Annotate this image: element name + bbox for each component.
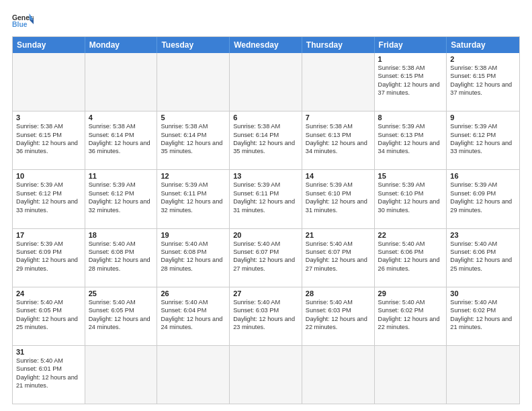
- day-cell-11: 11Sunrise: 5:39 AM Sunset: 6:12 PM Dayli…: [85, 170, 158, 228]
- header-day-saturday: Saturday: [447, 37, 519, 53]
- day-cell-6: 6Sunrise: 5:38 AM Sunset: 6:14 PM Daylig…: [230, 111, 302, 169]
- day-info: Sunrise: 5:40 AM Sunset: 6:03 PM Dayligh…: [306, 298, 371, 332]
- day-number: 28: [306, 289, 371, 298]
- day-number: 13: [233, 172, 298, 180]
- svg-text:Blue: Blue: [12, 21, 28, 28]
- day-number: 21: [306, 231, 371, 239]
- day-cell-1: 1Sunrise: 5:38 AM Sunset: 6:15 PM Daylig…: [375, 53, 447, 111]
- day-number: 23: [450, 231, 516, 239]
- calendar-header: SundayMondayTuesdayWednesdayThursdayFrid…: [13, 37, 519, 53]
- day-cell-18: 18Sunrise: 5:40 AM Sunset: 6:08 PM Dayli…: [85, 229, 158, 287]
- day-number: 15: [378, 172, 443, 180]
- empty-cell: [230, 346, 302, 404]
- logo: General Blue: [12, 12, 34, 31]
- day-info: Sunrise: 5:39 AM Sunset: 6:10 PM Dayligh…: [306, 181, 371, 214]
- generalblue-logo-icon: General Blue: [12, 12, 34, 31]
- day-number: 29: [378, 289, 443, 298]
- day-info: Sunrise: 5:38 AM Sunset: 6:15 PM Dayligh…: [16, 122, 81, 156]
- day-info: Sunrise: 5:40 AM Sunset: 6:02 PM Dayligh…: [450, 298, 516, 332]
- day-info: Sunrise: 5:39 AM Sunset: 6:09 PM Dayligh…: [16, 240, 81, 273]
- day-number: 26: [161, 289, 226, 298]
- day-cell-16: 16Sunrise: 5:39 AM Sunset: 6:09 PM Dayli…: [447, 170, 519, 228]
- day-cell-3: 3Sunrise: 5:38 AM Sunset: 6:15 PM Daylig…: [13, 111, 85, 169]
- day-info: Sunrise: 5:40 AM Sunset: 6:08 PM Dayligh…: [89, 240, 154, 273]
- empty-cell: [13, 53, 85, 111]
- day-cell-27: 27Sunrise: 5:40 AM Sunset: 6:03 PM Dayli…: [230, 287, 302, 345]
- day-info: Sunrise: 5:39 AM Sunset: 6:11 PM Dayligh…: [161, 181, 226, 214]
- day-number: 27: [233, 289, 298, 298]
- day-cell-29: 29Sunrise: 5:40 AM Sunset: 6:02 PM Dayli…: [375, 287, 447, 345]
- calendar-row-2: 10Sunrise: 5:39 AM Sunset: 6:12 PM Dayli…: [13, 169, 519, 228]
- day-cell-10: 10Sunrise: 5:39 AM Sunset: 6:12 PM Dayli…: [13, 170, 85, 228]
- empty-cell: [85, 53, 158, 111]
- day-cell-2: 2Sunrise: 5:38 AM Sunset: 6:15 PM Daylig…: [447, 53, 519, 111]
- day-number: 22: [378, 231, 443, 239]
- day-cell-20: 20Sunrise: 5:40 AM Sunset: 6:07 PM Dayli…: [230, 229, 302, 287]
- day-number: 16: [450, 172, 516, 180]
- day-info: Sunrise: 5:40 AM Sunset: 6:03 PM Dayligh…: [233, 298, 298, 332]
- day-cell-4: 4Sunrise: 5:38 AM Sunset: 6:14 PM Daylig…: [85, 111, 158, 169]
- day-number: 14: [306, 172, 371, 180]
- day-info: Sunrise: 5:40 AM Sunset: 6:08 PM Dayligh…: [161, 240, 226, 273]
- day-number: 17: [16, 231, 81, 239]
- calendar-body: 1Sunrise: 5:38 AM Sunset: 6:15 PM Daylig…: [13, 53, 519, 404]
- day-cell-24: 24Sunrise: 5:40 AM Sunset: 6:05 PM Dayli…: [13, 287, 85, 345]
- day-info: Sunrise: 5:39 AM Sunset: 6:11 PM Dayligh…: [233, 181, 298, 214]
- empty-cell: [447, 346, 519, 404]
- header-day-tuesday: Tuesday: [157, 37, 230, 53]
- day-cell-17: 17Sunrise: 5:39 AM Sunset: 6:09 PM Dayli…: [13, 229, 85, 287]
- day-info: Sunrise: 5:40 AM Sunset: 6:06 PM Dayligh…: [378, 240, 443, 273]
- day-number: 30: [450, 289, 516, 298]
- day-number: 18: [89, 231, 154, 239]
- empty-cell: [157, 346, 230, 404]
- day-info: Sunrise: 5:40 AM Sunset: 6:06 PM Dayligh…: [450, 240, 516, 273]
- day-number: 24: [16, 289, 81, 298]
- day-info: Sunrise: 5:39 AM Sunset: 6:10 PM Dayligh…: [378, 181, 443, 214]
- day-info: Sunrise: 5:40 AM Sunset: 6:07 PM Dayligh…: [306, 240, 371, 273]
- day-cell-8: 8Sunrise: 5:39 AM Sunset: 6:13 PM Daylig…: [375, 111, 447, 169]
- empty-cell: [157, 53, 230, 111]
- day-info: Sunrise: 5:38 AM Sunset: 6:15 PM Dayligh…: [450, 64, 516, 97]
- calendar: SundayMondayTuesdayWednesdayThursdayFrid…: [12, 36, 520, 404]
- day-cell-21: 21Sunrise: 5:40 AM Sunset: 6:07 PM Dayli…: [302, 229, 375, 287]
- calendar-row-5: 31Sunrise: 5:40 AM Sunset: 6:01 PM Dayli…: [13, 345, 519, 404]
- day-number: 1: [378, 55, 443, 63]
- day-info: Sunrise: 5:40 AM Sunset: 6:04 PM Dayligh…: [161, 298, 226, 332]
- day-cell-13: 13Sunrise: 5:39 AM Sunset: 6:11 PM Dayli…: [230, 170, 302, 228]
- day-cell-31: 31Sunrise: 5:40 AM Sunset: 6:01 PM Dayli…: [13, 346, 85, 404]
- day-info: Sunrise: 5:40 AM Sunset: 6:05 PM Dayligh…: [16, 298, 81, 332]
- day-info: Sunrise: 5:39 AM Sunset: 6:12 PM Dayligh…: [89, 181, 154, 214]
- page-header: General Blue: [12, 12, 520, 31]
- day-cell-26: 26Sunrise: 5:40 AM Sunset: 6:04 PM Dayli…: [157, 287, 230, 345]
- day-cell-9: 9Sunrise: 5:39 AM Sunset: 6:12 PM Daylig…: [447, 111, 519, 169]
- header-day-wednesday: Wednesday: [230, 37, 302, 53]
- calendar-row-4: 24Sunrise: 5:40 AM Sunset: 6:05 PM Dayli…: [13, 287, 519, 345]
- day-number: 11: [89, 172, 154, 180]
- day-number: 10: [16, 172, 81, 180]
- day-number: 8: [378, 113, 443, 122]
- day-info: Sunrise: 5:39 AM Sunset: 6:13 PM Dayligh…: [378, 122, 443, 156]
- day-number: 3: [16, 113, 81, 122]
- empty-cell: [375, 346, 447, 404]
- day-number: 12: [161, 172, 226, 180]
- day-number: 5: [161, 113, 226, 122]
- day-cell-14: 14Sunrise: 5:39 AM Sunset: 6:10 PM Dayli…: [302, 170, 375, 228]
- day-cell-12: 12Sunrise: 5:39 AM Sunset: 6:11 PM Dayli…: [157, 170, 230, 228]
- day-info: Sunrise: 5:38 AM Sunset: 6:15 PM Dayligh…: [378, 64, 443, 97]
- header-day-monday: Monday: [85, 37, 158, 53]
- day-info: Sunrise: 5:39 AM Sunset: 6:12 PM Dayligh…: [16, 181, 81, 214]
- day-info: Sunrise: 5:39 AM Sunset: 6:09 PM Dayligh…: [450, 181, 516, 214]
- day-info: Sunrise: 5:40 AM Sunset: 6:05 PM Dayligh…: [89, 298, 154, 332]
- day-cell-7: 7Sunrise: 5:38 AM Sunset: 6:13 PM Daylig…: [302, 111, 375, 169]
- day-info: Sunrise: 5:38 AM Sunset: 6:13 PM Dayligh…: [306, 122, 371, 156]
- day-cell-5: 5Sunrise: 5:38 AM Sunset: 6:14 PM Daylig…: [157, 111, 230, 169]
- day-number: 4: [89, 113, 154, 122]
- day-number: 25: [89, 289, 154, 298]
- day-cell-22: 22Sunrise: 5:40 AM Sunset: 6:06 PM Dayli…: [375, 229, 447, 287]
- calendar-row-3: 17Sunrise: 5:39 AM Sunset: 6:09 PM Dayli…: [13, 228, 519, 287]
- calendar-row-1: 3Sunrise: 5:38 AM Sunset: 6:15 PM Daylig…: [13, 111, 519, 169]
- empty-cell: [85, 346, 158, 404]
- day-number: 31: [16, 348, 81, 356]
- day-number: 7: [306, 113, 371, 122]
- day-info: Sunrise: 5:39 AM Sunset: 6:12 PM Dayligh…: [450, 122, 516, 156]
